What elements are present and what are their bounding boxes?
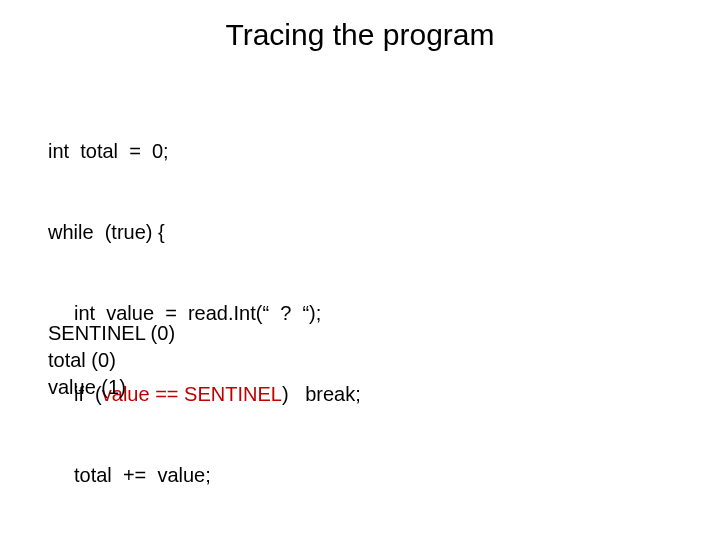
trace-line-sentinel: SENTINEL (0)	[48, 320, 175, 347]
code-line-2: while (true) {	[48, 219, 361, 246]
trace-block: SENTINEL (0) total (0) value (1)	[48, 320, 175, 401]
code-line-5: total += value;	[48, 462, 361, 489]
code-line-1: int total = 0;	[48, 138, 361, 165]
code-block: int total = 0; while (true) { int value …	[48, 84, 361, 540]
trace-line-total: total (0)	[48, 347, 175, 374]
code-line-4-post: ) break;	[282, 383, 361, 405]
slide-title: Tracing the program	[0, 18, 720, 52]
trace-line-value: value (1)	[48, 374, 175, 401]
slide: Tracing the program int total = 0; while…	[0, 0, 720, 540]
